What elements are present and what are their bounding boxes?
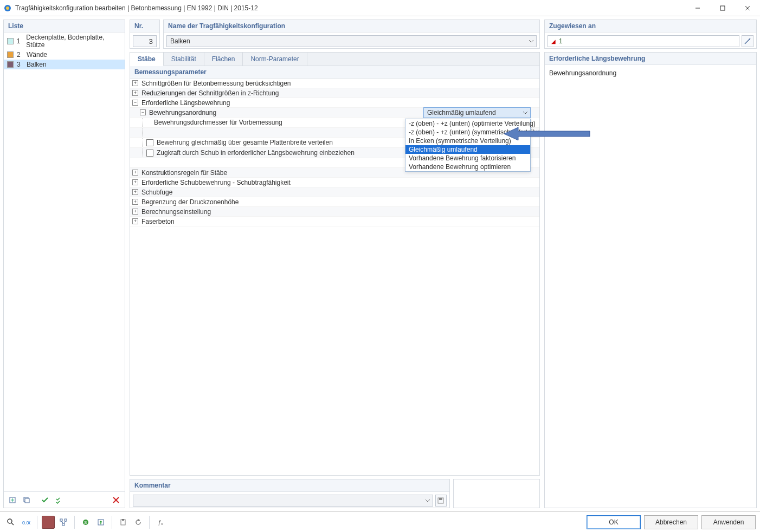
app-icon — [3, 4, 12, 12]
window-close-button[interactable] — [735, 0, 760, 16]
svg-rect-3 — [720, 6, 725, 10]
window-title: Tragfähigkeitskonfiguration bearbeiten |… — [15, 4, 258, 12]
window-minimize-button[interactable] — [685, 0, 710, 16]
window-maximize-button[interactable] — [710, 0, 735, 16]
svg-point-1 — [6, 7, 9, 10]
title-bar: Tragfähigkeitskonfiguration bearbeiten |… — [0, 0, 760, 16]
